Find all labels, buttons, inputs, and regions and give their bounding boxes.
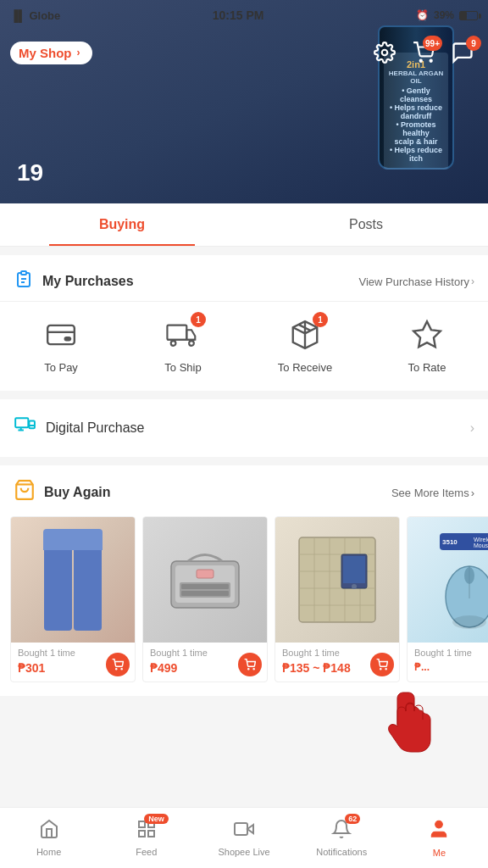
to-ship-icon-wrapper: 1 [164, 315, 202, 354]
digital-purchase-item[interactable]: Digital Purchase › [0, 399, 488, 457]
hero-banner: 2in1 HERBAL ARGAN OIL • Gently cleanses•… [0, 0, 488, 203]
battery-percent: 39% [434, 9, 454, 21]
digital-chevron-icon: › [470, 420, 474, 436]
status-time: 10:15 PM [213, 8, 264, 22]
jeans-visual [43, 529, 103, 631]
svg-rect-54 [148, 831, 154, 837]
status-indicators: ⏰ 39% [416, 9, 478, 21]
product-card-mouse[interactable]: 3510 Wireless Mouse Bought 1 time ₱... [407, 516, 488, 682]
laptop-bag-svg [163, 540, 247, 616]
tab-posts[interactable]: Posts [244, 203, 488, 246]
nav-notifications[interactable]: 62 Notifications [293, 812, 391, 864]
see-more-button[interactable]: See More Items › [391, 487, 474, 499]
message-button[interactable]: 9 [447, 37, 478, 68]
to-pay-item[interactable]: To Pay [0, 315, 122, 374]
nav-me[interactable]: Me [391, 811, 488, 865]
svg-rect-6 [47, 326, 75, 344]
svg-point-9 [171, 341, 176, 346]
settings-button[interactable] [369, 37, 400, 68]
to-rate-item[interactable]: To Rate [366, 315, 488, 374]
message-badge: 9 [466, 36, 481, 51]
nav-home[interactable]: Home [0, 812, 97, 864]
to-receive-item[interactable]: 1 To Receive [244, 315, 366, 374]
cart-add-icon-3 [376, 659, 388, 670]
nav-shopee-live[interactable]: Shopee Live [195, 812, 292, 864]
video-icon [234, 819, 254, 839]
svg-point-18 [121, 669, 122, 670]
svg-rect-24 [197, 570, 214, 578]
purchase-status-icons: To Pay 1 To Ship [0, 302, 488, 391]
alarm-icon: ⏰ [416, 9, 429, 21]
content-area: Buying Posts My Purchases View [0, 203, 488, 764]
product-card-case[interactable]: Bought 1 time ₱135 ~ ₱148 [274, 516, 400, 682]
add-to-cart-jeans[interactable] [106, 653, 130, 676]
digital-purchase-label: Digital Purchase [46, 420, 145, 436]
chevron-right-icon: › [77, 47, 80, 58]
clipboard-icon [14, 269, 34, 289]
feed-nav-label: Feed [136, 847, 157, 857]
price-mouse: ₱... [414, 661, 488, 673]
product-card-bag[interactable]: Bought 1 time ₱499 [142, 516, 268, 682]
buy-again-header: Buy Again See More Items › [0, 465, 488, 516]
feed-new-badge: New [144, 814, 169, 824]
buy-again-section: Buy Again See More Items › [0, 465, 488, 696]
nav-feed[interactable]: New Feed [97, 812, 195, 864]
digital-purchase-left: Digital Purchase [14, 415, 145, 442]
person-icon [428, 818, 450, 840]
to-ship-item[interactable]: 1 To Ship [122, 315, 244, 374]
bought-times-mouse: Bought 1 time [414, 648, 488, 658]
live-nav-label: Shopee Live [218, 847, 269, 857]
live-nav-icon [234, 819, 254, 844]
add-to-cart-case[interactable] [370, 653, 394, 676]
product-info-mouse: Bought 1 time ₱... [408, 643, 488, 680]
main-scroll: 2in1 HERBAL ARGAN OIL • Gently cleanses•… [0, 0, 488, 764]
home-nav-icon [39, 819, 59, 844]
svg-point-10 [189, 341, 194, 346]
settings-icon [374, 42, 396, 64]
my-purchases-section: My Purchases View Purchase History › [0, 255, 488, 391]
cart-button[interactable]: 99+ [408, 37, 439, 68]
digital-icon [14, 415, 36, 442]
home-icon [39, 819, 59, 839]
to-pay-label: To Pay [44, 361, 78, 374]
my-shop-button[interactable]: My Shop › [10, 42, 92, 64]
svg-rect-14 [29, 421, 35, 429]
battery-icon [459, 11, 478, 20]
to-ship-label: To Ship [164, 361, 201, 374]
svg-point-38 [352, 584, 357, 589]
purchases-title: My Purchases [42, 274, 134, 289]
main-tabs: Buying Posts [0, 203, 488, 247]
product-info-bag: Bought 1 time ₱499 [143, 643, 267, 682]
to-rate-label: To Rate [408, 361, 446, 374]
svg-point-25 [248, 669, 249, 670]
notif-badge: 62 [345, 814, 360, 824]
wallet-icon [45, 319, 77, 351]
tab-buying[interactable]: Buying [0, 203, 244, 246]
me-nav-icon [428, 818, 450, 845]
cursor-overlay [369, 684, 437, 764]
digital-purchase-section: Digital Purchase › [0, 399, 488, 457]
svg-marker-12 [413, 321, 441, 347]
notif-nav-label: Notifications [316, 847, 367, 857]
product-info-case: Bought 1 time ₱135 ~ ₱148 [275, 643, 399, 682]
jeans-leg-right [74, 550, 102, 631]
history-chevron-icon: › [471, 275, 474, 287]
svg-marker-55 [247, 825, 253, 833]
svg-rect-37 [343, 556, 365, 583]
product-image-mouse: 3510 Wireless Mouse [408, 517, 488, 643]
to-receive-badge: 1 [313, 312, 328, 327]
view-history-button[interactable]: View Purchase History › [358, 275, 474, 288]
see-more-label: See More Items [391, 487, 469, 499]
svg-point-1 [420, 60, 422, 62]
svg-point-0 [382, 50, 388, 56]
purchases-header: My Purchases View Purchase History › [0, 255, 488, 302]
svg-rect-56 [235, 823, 247, 835]
notif-nav-icon: 62 [331, 819, 352, 844]
add-to-cart-bag[interactable] [238, 653, 262, 676]
purchases-icon [14, 269, 34, 294]
product-card-jeans[interactable]: Bought 1 time ₱301 [10, 516, 136, 682]
to-receive-label: To Receive [278, 361, 332, 374]
svg-text:3510: 3510 [442, 538, 458, 546]
svg-rect-13 [15, 418, 28, 427]
monitor-icon [14, 415, 36, 437]
